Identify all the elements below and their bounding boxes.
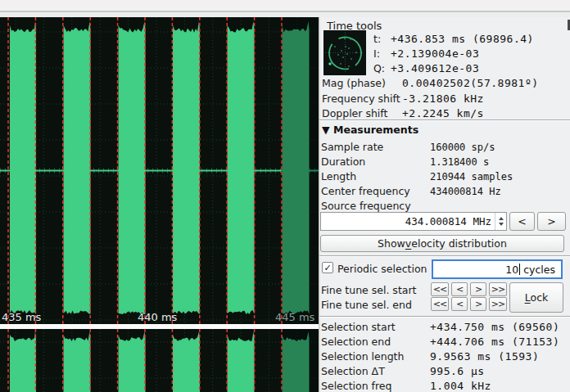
selection-delta-t-value: 995.6 µs: [430, 365, 485, 377]
cycles-suffix: cycles: [523, 264, 555, 276]
top-toolbar-strip: [0, 0, 570, 17]
frequency-shift-value: -3.21806 kHz: [402, 92, 484, 105]
duration-label: Duration: [321, 155, 365, 168]
fine-start-big-left-button[interactable]: <<: [431, 282, 449, 296]
velocity-button-accel: v: [405, 237, 411, 250]
selection-length-value: 9.9563 ms (1593): [430, 350, 539, 363]
source-frequency-label: Source frequency: [321, 200, 411, 212]
selection-delta-t-label: Selection ΔT: [321, 365, 385, 377]
time-plot-bottom[interactable]: [0, 329, 319, 392]
frequency-shift-label: Frequency shift: [322, 92, 400, 105]
t-label: t:: [373, 33, 381, 45]
measurements-header-title: Measurements: [333, 124, 418, 136]
svg-text:445 ms: 445 ms: [275, 311, 315, 323]
i-value: +2.139004e-03: [391, 47, 479, 60]
fine-start-left-button[interactable]: <: [451, 282, 468, 296]
mag-phase-label: Mag (phase): [322, 77, 386, 89]
fine-end-right-button[interactable]: >: [470, 297, 486, 311]
show-velocity-distribution-button[interactable]: Show velocity distribution: [320, 235, 564, 252]
q-label: Q:: [373, 62, 385, 74]
lock-button-accel: L: [525, 291, 531, 304]
i-label: I:: [373, 47, 380, 60]
t-value: +436.853 ms (69896.4): [391, 33, 534, 45]
svg-text:440 ms: 440 ms: [138, 311, 178, 323]
selection-start-label: Selection start: [321, 321, 396, 333]
selection-freq-value: 1.004 kHz: [430, 380, 491, 392]
fine-start-big-right-button[interactable]: >>: [489, 282, 507, 296]
selection-start-value: +434.750 ms (69560): [430, 321, 559, 333]
center-frequency-value: 434000814 Hz: [430, 186, 501, 197]
cycles-input[interactable]: 10 cycles: [432, 259, 563, 279]
frequency-spinbox[interactable]: 434.000814 MHz: [320, 212, 507, 231]
lock-button-text: ock: [531, 291, 549, 304]
lock-button[interactable]: Lock: [509, 282, 563, 313]
duration-value: 1.318400 s: [430, 156, 489, 168]
selection-length-label: Selection length: [321, 350, 404, 363]
fine-end-big-right-button[interactable]: >>: [489, 297, 507, 311]
periodic-selection-label: Periodic selection: [337, 263, 427, 275]
selection-end-value: +444.706 ms (71153): [430, 336, 559, 348]
spin-down-icon[interactable]: [499, 223, 504, 226]
frequency-prev-button[interactable]: <: [509, 212, 535, 231]
sample-rate-label: Sample rate: [321, 141, 383, 153]
text-caret: [519, 264, 520, 275]
fine-tune-start-label: Fine tune sel. start: [321, 284, 417, 296]
collapse-icon[interactable]: ▼: [322, 124, 330, 136]
iq-constellation-display: [323, 30, 366, 75]
fine-tune-end-label: Fine tune sel. end: [321, 299, 412, 311]
doppler-shift-value: +2.2245 km/s: [402, 107, 484, 119]
mag-phase-value: 0.00402502(57.8981º): [402, 77, 539, 89]
fine-end-left-button[interactable]: <: [451, 297, 468, 311]
q-value: +3.409612e-03: [391, 62, 479, 74]
cycles-value: 10: [505, 264, 518, 276]
periodic-selection-checkbox[interactable]: ✓: [322, 262, 333, 273]
length-label: Length: [321, 170, 356, 182]
frequency-next-button[interactable]: >: [537, 212, 566, 231]
fine-end-big-left-button[interactable]: <<: [431, 297, 449, 311]
section-divider: [319, 316, 570, 317]
svg-text:435 ms: 435 ms: [2, 311, 42, 323]
velocity-button-text: Show: [378, 237, 405, 250]
measurements-header[interactable]: ▼ Measurements: [322, 124, 418, 136]
frequency-spinbox-arrows[interactable]: [495, 213, 506, 230]
spin-up-icon[interactable]: [499, 217, 504, 220]
section-divider: [319, 119, 570, 120]
fine-start-right-button[interactable]: >: [470, 282, 486, 296]
doppler-shift-label: Doppler shift: [322, 107, 387, 119]
selection-end-label: Selection end: [321, 336, 391, 348]
center-frequency-label: Center frequency: [321, 185, 410, 197]
time-plot-top[interactable]: 435 ms440 ms445 ms: [0, 17, 319, 324]
length-value: 210944 samples: [430, 171, 513, 182]
waveform-plot-area[interactable]: 435 ms440 ms445 ms: [0, 17, 319, 392]
selection-freq-label: Selection freq: [321, 380, 391, 392]
frequency-spinbox-value[interactable]: 434.000814 MHz: [321, 213, 495, 230]
velocity-button-text2: elocity distribution: [411, 237, 507, 250]
sample-rate-value: 160000 sp/s: [430, 142, 495, 153]
section-divider: [319, 255, 570, 256]
checkmark-icon: ✓: [323, 263, 331, 273]
